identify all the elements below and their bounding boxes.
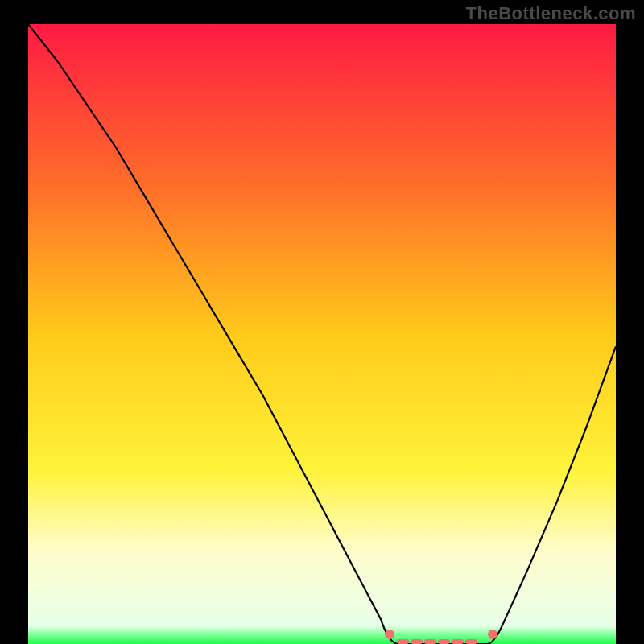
chart-svg [28, 24, 616, 644]
chart-frame: TheBottleneck.com [0, 0, 644, 644]
bottleneck-chart [28, 24, 616, 644]
watermark-text: TheBottleneck.com [466, 3, 636, 24]
gradient-background [28, 24, 616, 644]
optimal-right-dot [488, 630, 497, 639]
optimal-left-dot [385, 630, 394, 639]
